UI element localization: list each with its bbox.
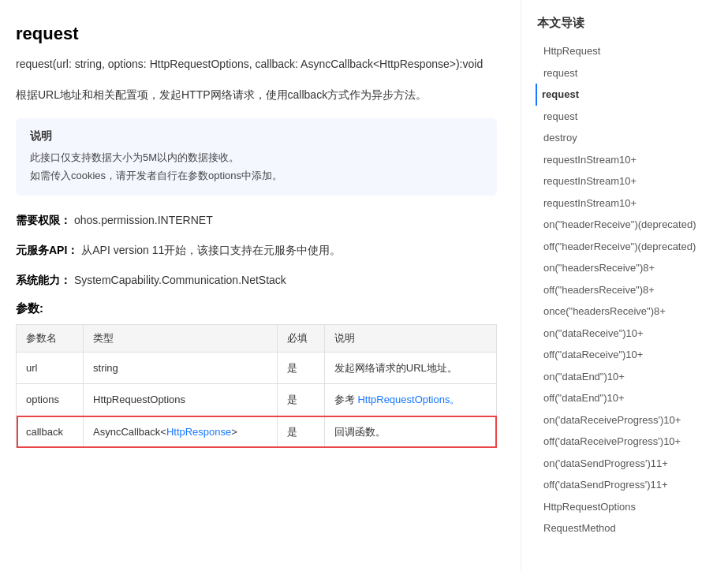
note-box: 说明 此接口仅支持数据大小为5M以内的数据接收。 如需传入cookies，请开发… (16, 118, 497, 196)
sidebar-item-16[interactable]: off("dataEnd")10+ (537, 387, 720, 409)
system-capability-label: 系统能力： (16, 274, 71, 286)
sidebar-item-2[interactable]: request (536, 84, 720, 106)
row-callback-type: AsyncCallback<HttpResponse> (84, 416, 278, 448)
sidebar-item-3[interactable]: request (537, 106, 720, 128)
options-link[interactable]: HttpRequestOptions。 (357, 394, 460, 405)
sidebar-item-6[interactable]: requestInStream10+ (537, 170, 720, 192)
sidebar-item-14[interactable]: off("dataReceive")10+ (537, 344, 720, 366)
sidebar-item-20[interactable]: off('dataSendProgress')11+ (537, 474, 720, 496)
callback-type-link[interactable]: HttpResponse (166, 426, 231, 438)
params-table: 参数名 类型 必填 说明 url string 是 发起网络请求的URL地址。 … (16, 324, 497, 449)
table-row: url string 是 发起网络请求的URL地址。 (17, 352, 497, 384)
signature: request(url: string, options: HttpReques… (16, 55, 497, 73)
note-line-1: 此接口仅支持数据大小为5M以内的数据接收。 (30, 148, 483, 166)
page-title: request (16, 24, 497, 44)
sidebar: 本文导读 HttpRequestrequestrequestrequestdes… (521, 0, 728, 571)
sidebar-item-13[interactable]: on("dataReceive")10+ (537, 323, 720, 345)
row-options-type: HttpRequestOptions (84, 384, 278, 416)
col-header-desc: 说明 (324, 324, 496, 352)
sidebar-item-15[interactable]: on("dataEnd")10+ (537, 366, 720, 388)
note-content: 此接口仅支持数据大小为5M以内的数据接收。 如需传入cookies，请开发者自行… (30, 148, 483, 185)
system-capability-meta: 系统能力： SystemCapability.Communication.Net… (16, 271, 497, 290)
table-row-callback: callback AsyncCallback<HttpResponse> 是 回… (17, 416, 497, 448)
sidebar-item-12[interactable]: once("headersReceive")8+ (537, 300, 720, 323)
row-callback-desc: 回调函数。 (324, 416, 496, 448)
sidebar-item-5[interactable]: requestInStream10+ (537, 149, 720, 171)
note-line-2: 如需传入cookies，请开发者自行在参数options中添加。 (30, 166, 483, 185)
sidebar-nav: HttpRequestrequestrequestrequestdestroyr… (537, 40, 720, 539)
row-url-type: string (84, 352, 278, 384)
row-callback-required: 是 (277, 416, 324, 448)
row-options-name: options (17, 384, 84, 416)
row-options-required: 是 (277, 384, 324, 416)
permission-value: ohos.permission.INTERNET (74, 214, 213, 226)
system-capability-value: SystemCapability.Communication.NetStack (74, 274, 286, 286)
col-header-name: 参数名 (17, 324, 84, 352)
row-url-desc: 发起网络请求的URL地址。 (324, 352, 496, 384)
note-title: 说明 (30, 129, 483, 144)
sidebar-item-17[interactable]: on('dataReceiveProgress')10+ (537, 409, 720, 431)
row-options-desc: 参考 HttpRequestOptions。 (324, 384, 496, 416)
sidebar-item-19[interactable]: on('dataSendProgress')11+ (537, 453, 720, 475)
sidebar-item-0[interactable]: HttpRequest (537, 40, 720, 62)
col-header-type: 类型 (84, 324, 278, 352)
table-row: options HttpRequestOptions 是 参考 HttpRequ… (17, 384, 497, 416)
sidebar-item-22[interactable]: RequestMethod (537, 517, 720, 539)
col-header-required: 必填 (277, 324, 324, 352)
sidebar-item-11[interactable]: off("headersReceive")8+ (537, 279, 720, 301)
sidebar-item-10[interactable]: on("headersReceive")8+ (537, 257, 720, 279)
atomic-api-label: 元服务API： (16, 244, 78, 256)
table-header-row: 参数名 类型 必填 说明 (17, 324, 497, 352)
sidebar-item-8[interactable]: on("headerReceive")(deprecated) (537, 214, 720, 236)
row-url-name: url (17, 352, 84, 384)
sidebar-item-1[interactable]: request (537, 62, 720, 84)
sidebar-item-9[interactable]: off("headerReceive")(deprecated) (537, 236, 720, 258)
atomic-api-meta: 元服务API： 从API version 11开始，该接口支持在元服务中使用。 (16, 241, 497, 260)
permission-meta: 需要权限： ohos.permission.INTERNET (16, 211, 497, 230)
sidebar-item-7[interactable]: requestInStream10+ (537, 192, 720, 215)
permission-label: 需要权限： (16, 214, 71, 226)
description: 根据URL地址和相关配置项，发起HTTP网络请求，使用callback方式作为异… (16, 85, 497, 105)
atomic-api-value: 从API version 11开始，该接口支持在元服务中使用。 (81, 244, 341, 256)
sidebar-item-4[interactable]: destroy (537, 127, 720, 149)
sidebar-item-18[interactable]: off('dataReceiveProgress')10+ (537, 431, 720, 453)
main-content: request request(url: string, options: Ht… (0, 0, 521, 571)
row-url-required: 是 (277, 352, 324, 384)
sidebar-title: 本文导读 (537, 16, 720, 31)
sidebar-item-21[interactable]: HttpRequestOptions (537, 496, 720, 518)
row-callback-name: callback (17, 416, 84, 448)
params-title: 参数: (16, 301, 497, 316)
